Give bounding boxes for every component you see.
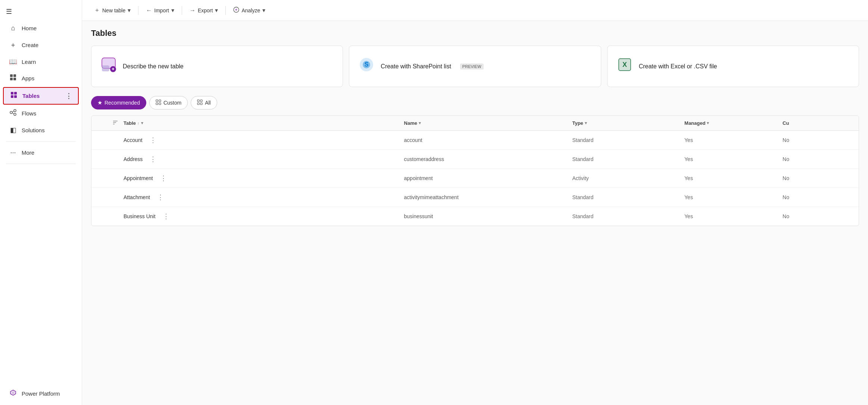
row-type: Standard — [572, 156, 684, 162]
svg-line-11 — [12, 111, 14, 112]
sidebar-item-solutions[interactable]: ◧ Solutions — [3, 122, 79, 138]
tab-all[interactable]: All — [191, 96, 217, 109]
type-sort-chevron-icon[interactable]: ▾ — [585, 121, 587, 126]
sidebar-item-label: Home — [22, 25, 37, 31]
row-table-name: Appointment ⋮ — [124, 174, 404, 182]
col-cu-header: Cu — [783, 120, 853, 126]
tab-custom[interactable]: Custom — [149, 96, 188, 109]
svg-rect-31 — [200, 100, 202, 102]
card-describe-title: Describe the new table — [123, 63, 184, 70]
table-row[interactable]: Business Unit ⋮ businessunit Standard Ye… — [91, 207, 859, 226]
row-managed: Yes — [684, 213, 783, 219]
svg-rect-32 — [197, 103, 199, 105]
col-type-header[interactable]: Type ▾ — [572, 120, 684, 126]
new-table-label: New table — [102, 7, 125, 13]
svg-rect-1 — [13, 74, 16, 77]
row-context-menu-icon[interactable]: ⋮ — [149, 136, 157, 144]
svg-rect-6 — [11, 95, 13, 98]
menu-icon[interactable]: ☰ — [0, 3, 82, 20]
new-table-button[interactable]: ＋ New table ▾ — [90, 4, 135, 17]
tab-recommended-label: Recommended — [104, 100, 140, 106]
row-type: Standard — [572, 194, 684, 200]
import-icon: ← — [146, 7, 152, 14]
sidebar-item-flows[interactable]: Flows — [3, 105, 79, 121]
col-managed-header[interactable]: Managed ▾ — [684, 120, 783, 126]
more-icon: ··· — [9, 149, 17, 157]
svg-rect-4 — [11, 92, 13, 95]
all-grid-icon — [197, 99, 203, 106]
svg-rect-7 — [14, 95, 17, 98]
table-row[interactable]: Address ⋮ customeraddress Standard Yes N… — [91, 150, 859, 169]
row-cu: No — [783, 175, 853, 181]
sidebar-divider — [6, 141, 76, 142]
cards-row: ✦ Describe the new table S Create with S… — [91, 46, 859, 87]
col-table-header[interactable]: Table ↑ ▾ — [124, 120, 404, 126]
card-excel[interactable]: X Create with Excel or .CSV file — [607, 46, 859, 87]
row-table-name: Account ⋮ — [124, 136, 404, 144]
svg-rect-28 — [156, 103, 158, 105]
svg-rect-17 — [102, 65, 109, 71]
sidebar-item-home[interactable]: ⌂ Home — [3, 21, 79, 36]
sidebar-item-more-icon[interactable]: ⋮ — [65, 92, 72, 100]
row-context-menu-icon[interactable]: ⋮ — [162, 212, 171, 220]
table-sort-asc-icon: ↑ — [137, 121, 140, 126]
row-context-menu-icon[interactable]: ⋮ — [149, 155, 157, 163]
svg-rect-3 — [13, 78, 16, 80]
svg-point-10 — [14, 113, 16, 115]
analyze-label: Analyze — [241, 7, 260, 13]
filter-tabs: ★ Recommended Custom All — [91, 96, 859, 109]
sidebar-item-create[interactable]: ＋ Create — [3, 37, 79, 53]
row-cu: No — [783, 156, 853, 162]
card-excel-title: Create with Excel or .CSV file — [639, 63, 717, 70]
row-cu: No — [783, 213, 853, 219]
svg-marker-14 — [12, 391, 15, 395]
row-managed: Yes — [684, 137, 783, 143]
card-describe[interactable]: ✦ Describe the new table — [91, 46, 343, 87]
sidebar-item-label: Create — [22, 42, 38, 48]
sidebar-item-tables[interactable]: Tables ⋮ — [3, 87, 79, 105]
row-logical-name: account — [404, 137, 572, 143]
svg-rect-30 — [197, 100, 199, 102]
row-logical-name: businessunit — [404, 213, 572, 219]
analyze-icon — [233, 7, 239, 14]
table-row[interactable]: Appointment ⋮ appointment Activity Yes N… — [91, 169, 859, 188]
sidebar-item-more[interactable]: ··· More — [3, 145, 79, 160]
analyze-button[interactable]: Analyze ▾ — [229, 4, 270, 17]
table-col-label: Table — [124, 120, 136, 126]
sidebar-item-apps[interactable]: Apps — [3, 70, 79, 86]
import-chevron-icon: ▾ — [171, 7, 174, 14]
apps-icon — [9, 74, 17, 83]
learn-icon: 📖 — [9, 58, 17, 66]
col-name-header[interactable]: Name ▾ — [404, 120, 572, 126]
sidebar-item-learn[interactable]: 📖 Learn — [3, 54, 79, 69]
table-sort-chevron-icon[interactable]: ▾ — [141, 121, 143, 126]
row-managed: Yes — [684, 175, 783, 181]
sidebar-item-power-platform[interactable]: Power Platform — [3, 386, 79, 402]
toolbar: ＋ New table ▾ ← Import ▾ → Export ▾ Anal… — [82, 0, 868, 21]
import-button[interactable]: ← Import ▾ — [141, 4, 179, 16]
row-context-menu-icon[interactable]: ⋮ — [156, 193, 165, 201]
main-area: ＋ New table ▾ ← Import ▾ → Export ▾ Anal… — [82, 0, 868, 405]
sidebar-item-label: Solutions — [22, 127, 45, 133]
row-logical-name: activitymimeattachment — [404, 194, 572, 200]
type-col-label: Type — [572, 120, 583, 126]
svg-rect-27 — [159, 100, 161, 102]
tab-recommended[interactable]: ★ Recommended — [91, 96, 146, 109]
card-sharepoint[interactable]: S Create with SharePoint list PREVIEW — [349, 46, 601, 87]
svg-line-12 — [12, 113, 14, 114]
table-header: Table ↑ ▾ Name ▾ Type ▾ Managed ▾ Cu — [91, 116, 859, 131]
svg-rect-0 — [10, 74, 13, 77]
name-col-label: Name — [404, 120, 417, 126]
managed-sort-chevron-icon[interactable]: ▾ — [707, 121, 709, 126]
name-sort-chevron-icon[interactable]: ▾ — [419, 121, 421, 126]
excel-icon: X — [616, 56, 633, 76]
col-sort-icon[interactable] — [112, 120, 124, 127]
recommended-star-icon: ★ — [97, 99, 102, 106]
export-button[interactable]: → Export ▾ — [185, 4, 222, 16]
new-table-chevron-icon: ▾ — [128, 7, 131, 14]
home-icon: ⌂ — [9, 24, 17, 32]
table-row[interactable]: Account ⋮ account Standard Yes No — [91, 131, 859, 150]
svg-text:S: S — [365, 61, 369, 68]
row-context-menu-icon[interactable]: ⋮ — [159, 174, 168, 182]
table-row[interactable]: Attachment ⋮ activitymimeattachment Stan… — [91, 188, 859, 207]
